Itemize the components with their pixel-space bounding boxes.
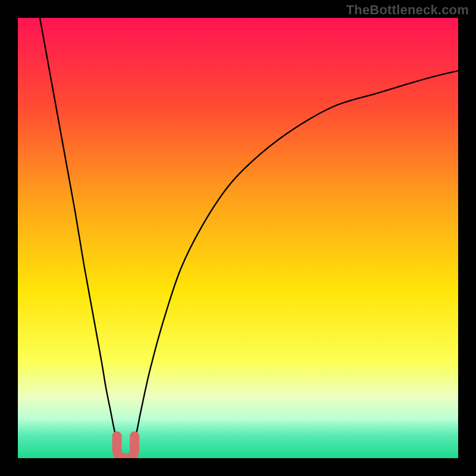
watermark-text: TheBottleneck.com — [346, 2, 469, 18]
chart-frame: TheBottleneck.com — [0, 0, 476, 476]
bottleneck-chart — [18, 18, 458, 458]
gradient-background — [18, 18, 458, 458]
